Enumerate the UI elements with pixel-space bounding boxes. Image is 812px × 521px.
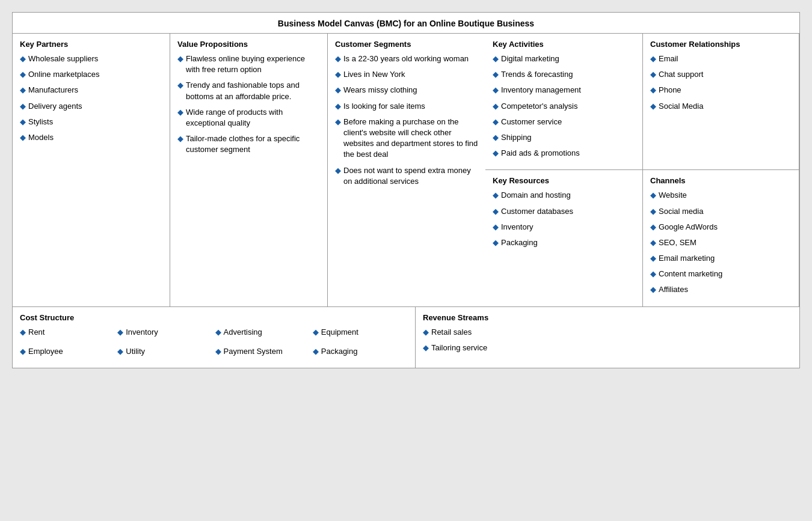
diamond-icon: ◆ — [20, 69, 26, 80]
diamond-icon: ◆ — [493, 85, 499, 96]
list-item: ◆Paid ads & promotions — [493, 148, 635, 159]
list-item: ◆Packaging — [313, 346, 408, 357]
list-item: ◆Retail sales — [423, 327, 792, 338]
bmc-canvas: Business Model Canvas (BMC) for an Onlin… — [12, 12, 800, 368]
list-item: ◆Stylists — [20, 117, 162, 127]
diamond-icon: ◆ — [493, 222, 499, 233]
key-partners-items: ◆Wholesale suppliers◆Online marketplaces… — [20, 53, 162, 143]
diamond-icon: ◆ — [493, 101, 499, 112]
diamond-icon: ◆ — [493, 69, 499, 80]
diamond-icon: ◆ — [493, 206, 499, 217]
diamond-icon: ◆ — [177, 133, 183, 144]
diamond-icon: ◆ — [20, 101, 26, 112]
key-partners-cell: Key Partners ◆Wholesale suppliers◆Online… — [13, 34, 170, 306]
list-item: ◆Payment System — [215, 346, 310, 357]
list-item: ◆Affiliates — [650, 284, 792, 295]
list-item: ◆Manufacturers — [20, 85, 162, 96]
cost-header: Cost Structure — [20, 313, 408, 322]
diamond-icon: ◆ — [650, 206, 656, 217]
list-item: ◆Content marketing — [650, 269, 792, 279]
customer-rel-header: Customer Relationships — [650, 40, 792, 49]
list-item: ◆Shipping — [493, 132, 635, 143]
list-item: ◆Wears missy clothing — [335, 85, 478, 96]
diamond-icon: ◆ — [215, 346, 221, 357]
value-prop-header: Value Propositions — [177, 40, 320, 49]
diamond-icon: ◆ — [335, 85, 341, 96]
key-activities-cell: Key Activities ◆Digital marketing◆Trends… — [485, 34, 643, 170]
customer-seg-items: ◆Is a 22-30 years old working woman◆Live… — [335, 53, 478, 187]
list-item: ◆Flawless online buying experience with … — [177, 53, 320, 75]
diamond-icon: ◆ — [493, 53, 499, 64]
list-item: ◆Tailor-made clothes for a specific cust… — [177, 133, 320, 155]
list-item: ◆Rent — [20, 327, 115, 338]
list-item: ◆Google AdWords — [650, 222, 792, 233]
list-item: ◆Models — [20, 132, 162, 143]
diamond-icon: ◆ — [313, 327, 319, 338]
list-item: ◆Phone — [650, 85, 792, 96]
list-item: ◆Trendy and fashionable tops and bottoms… — [177, 80, 320, 102]
channels-cell: Channels ◆Website◆Social media◆Google Ad… — [643, 170, 799, 306]
list-item: ◆SEO, SEM — [650, 237, 792, 248]
diamond-icon: ◆ — [20, 117, 26, 127]
list-item: ◆Customer databases — [493, 206, 635, 217]
diamond-icon: ◆ — [177, 107, 183, 118]
list-item: ◆Trends & forecasting — [493, 69, 635, 80]
diamond-icon: ◆ — [335, 101, 341, 112]
list-item: ◆Wide range of products with exceptional… — [177, 107, 320, 129]
key-activities-header: Key Activities — [493, 40, 635, 49]
list-item: ◆Social media — [650, 206, 792, 217]
diamond-icon: ◆ — [423, 343, 429, 353]
revenue-items: ◆Retail sales◆Tailoring service — [423, 327, 792, 353]
list-item: ◆Employee — [20, 346, 115, 357]
diamond-icon: ◆ — [313, 346, 319, 357]
diamond-icon: ◆ — [650, 253, 656, 264]
bottom-row: Cost Structure ◆Rent◆Inventory◆Advertisi… — [13, 307, 799, 368]
diamond-icon: ◆ — [20, 85, 26, 96]
value-prop-cell: Value Propositions ◆Flawless online buyi… — [170, 34, 328, 306]
list-item: ◆Utility — [117, 346, 212, 357]
revenue-streams-cell: Revenue Streams ◆Retail sales◆Tailoring … — [416, 307, 799, 368]
key-activities-items: ◆Digital marketing◆Trends & forecasting◆… — [493, 53, 635, 159]
list-item: ◆Email — [650, 53, 792, 64]
diamond-icon: ◆ — [335, 53, 341, 64]
key-resources-cell: Key Resources ◆Domain and hosting◆Custom… — [485, 170, 643, 306]
diamond-icon: ◆ — [650, 269, 656, 279]
key-resources-header: Key Resources — [493, 176, 635, 185]
list-item: ◆Is a 22-30 years old working woman — [335, 53, 478, 64]
list-item: ◆Website — [650, 190, 792, 201]
list-item: ◆Inventory — [493, 222, 635, 233]
diamond-icon: ◆ — [335, 165, 341, 176]
list-item: ◆Domain and hosting — [493, 190, 635, 201]
list-item: ◆Before making a purchase on the client'… — [335, 117, 478, 160]
diamond-icon: ◆ — [20, 346, 26, 357]
diamond-icon: ◆ — [650, 69, 656, 80]
list-item: ◆Email marketing — [650, 253, 792, 264]
diamond-icon: ◆ — [117, 327, 123, 338]
diamond-icon: ◆ — [335, 69, 341, 80]
list-item: ◆Tailoring service — [423, 343, 792, 353]
customer-rel-items: ◆Email◆Chat support◆Phone◆Social Media — [650, 53, 792, 112]
diamond-icon: ◆ — [650, 85, 656, 96]
list-item: ◆Social Media — [650, 101, 792, 112]
diamond-icon: ◆ — [650, 284, 656, 295]
list-item: ◆Is looking for sale items — [335, 101, 478, 112]
diamond-icon: ◆ — [20, 132, 26, 143]
list-item: ◆Equipment — [313, 327, 408, 338]
key-resources-items: ◆Domain and hosting◆Customer databases◆I… — [493, 190, 635, 248]
list-item: ◆Inventory management — [493, 85, 635, 96]
customer-seg-header: Customer Segments — [335, 40, 478, 49]
list-item: ◆Customer service — [493, 117, 635, 127]
list-item: ◆Does not want to spend extra money on a… — [335, 165, 478, 187]
list-item: ◆Digital marketing — [493, 53, 635, 64]
diamond-icon: ◆ — [423, 327, 429, 338]
value-prop-items: ◆Flawless online buying experience with … — [177, 53, 320, 156]
customer-seg-cell: Customer Segments ◆Is a 22-30 years old … — [328, 34, 485, 306]
list-item: ◆Chat support — [650, 69, 792, 80]
list-item: ◆Lives in New York — [335, 69, 478, 80]
list-item: ◆Packaging — [493, 237, 635, 248]
diamond-icon: ◆ — [215, 327, 221, 338]
diamond-icon: ◆ — [493, 117, 499, 127]
list-item: ◆Inventory — [117, 327, 212, 338]
cost-structure-cell: Cost Structure ◆Rent◆Inventory◆Advertisi… — [13, 307, 416, 368]
diamond-icon: ◆ — [650, 237, 656, 248]
